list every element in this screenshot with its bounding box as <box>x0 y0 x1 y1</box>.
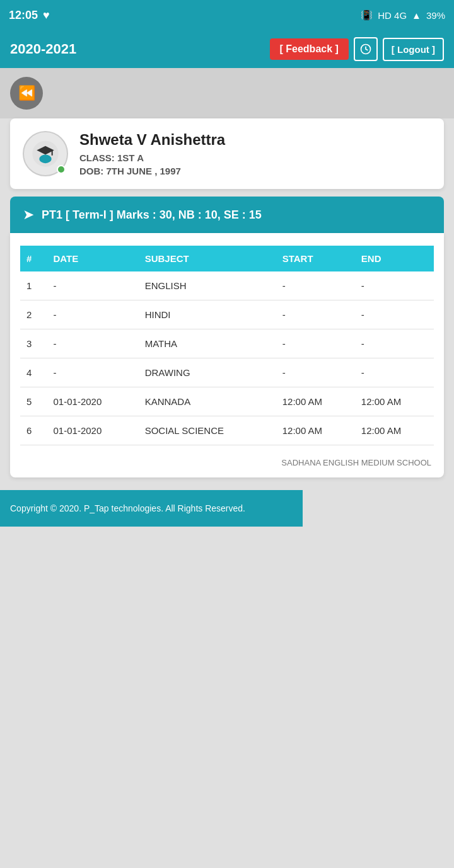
status-left: 12:05 ♥ <box>9 9 50 22</box>
dob-label-text: DOB: <box>79 166 103 176</box>
status-bar: 12:05 ♥ 📳 HD 4G ▲ 39% <box>0 0 454 30</box>
cell-end: - <box>355 358 434 387</box>
copyright-text: Copyright © 2020. P_Tap technologies. Al… <box>10 503 245 513</box>
table-row: 1 - ENGLISH - - <box>20 271 434 300</box>
vibrate-icon: 📳 <box>361 9 373 21</box>
col-subject: SUBJECT <box>139 246 276 271</box>
graduate-icon <box>32 140 59 168</box>
cell-num: 5 <box>20 387 47 416</box>
clock-button[interactable] <box>354 37 378 61</box>
schedule-table-container: # DATE SUBJECT START END 1 - ENGLISH - -… <box>10 233 444 477</box>
cell-subject: MATHA <box>139 329 276 358</box>
back-section: ⏪ <box>0 68 454 118</box>
status-right: 📳 HD 4G ▲ 39% <box>361 9 445 21</box>
svg-rect-3 <box>52 151 53 156</box>
back-button[interactable]: ⏪ <box>10 77 43 110</box>
cell-num: 1 <box>20 271 47 300</box>
cell-subject: SOCIAL SCIENCE <box>139 416 276 445</box>
cell-start: 12:00 AM <box>276 387 355 416</box>
avatar-wrap <box>23 131 68 176</box>
cell-start: - <box>276 329 355 358</box>
cell-date: 01-01-2020 <box>47 387 139 416</box>
cell-end: 12:00 AM <box>355 387 434 416</box>
cell-num: 2 <box>20 300 47 329</box>
col-date: DATE <box>47 246 139 271</box>
header-actions: [ Feedback ] [ Logout ] <box>270 37 445 61</box>
battery-display: 39% <box>426 10 445 21</box>
clock-icon <box>359 43 372 55</box>
cell-num: 6 <box>20 416 47 445</box>
cell-date: - <box>47 271 139 300</box>
footer: Copyright © 2020. P_Tap technologies. Al… <box>0 490 303 527</box>
dob-info: DOB: 7TH JUNE , 1997 <box>79 166 225 176</box>
year-display: 2020-2021 <box>10 41 76 57</box>
table-row: 3 - MATHA - - <box>20 329 434 358</box>
table-header-row: # DATE SUBJECT START END <box>20 246 434 271</box>
col-start: START <box>276 246 355 271</box>
cell-start: 12:00 AM <box>276 416 355 445</box>
schedule-table: # DATE SUBJECT START END 1 - ENGLISH - -… <box>20 246 434 445</box>
student-name: Shweta V Anishettra <box>79 131 225 149</box>
cell-date: - <box>47 329 139 358</box>
signal-icon: ▲ <box>412 10 421 21</box>
cell-num: 3 <box>20 329 47 358</box>
table-row: 6 01-01-2020 SOCIAL SCIENCE 12:00 AM 12:… <box>20 416 434 445</box>
cell-start: - <box>276 358 355 387</box>
app-header: 2020-2021 [ Feedback ] [ Logout ] <box>0 30 454 68</box>
cell-start: - <box>276 300 355 329</box>
class-value: 1ST A <box>117 152 144 163</box>
online-indicator <box>57 165 66 174</box>
cell-date: - <box>47 300 139 329</box>
cell-date: 01-01-2020 <box>47 416 139 445</box>
cell-end: 12:00 AM <box>355 416 434 445</box>
bottom-space <box>0 527 454 716</box>
dob-value: 7TH JUNE , 1997 <box>107 166 181 176</box>
term-arrow-icon: ➤ <box>23 207 34 223</box>
class-label-text: CLASS: <box>79 152 115 163</box>
cell-subject: ENGLISH <box>139 271 276 300</box>
cell-subject: HINDI <box>139 300 276 329</box>
col-end: END <box>355 246 434 271</box>
profile-info: Shweta V Anishettra CLASS: 1ST A DOB: 7T… <box>79 131 225 176</box>
time-display: 12:05 <box>9 9 38 22</box>
cell-end: - <box>355 271 434 300</box>
cell-subject: KANNADA <box>139 387 276 416</box>
heart-icon: ♥ <box>43 9 50 22</box>
school-name: SADHANA ENGLISH MEDIUM SCHOOL <box>20 458 434 467</box>
col-num: # <box>20 246 47 271</box>
table-row: 4 - DRAWING - - <box>20 358 434 387</box>
term-banner: ➤ PT1 [ Term-I ] Marks : 30, NB : 10, SE… <box>10 197 444 233</box>
table-row: 2 - HINDI - - <box>20 300 434 329</box>
cell-start: - <box>276 271 355 300</box>
network-display: HD 4G <box>378 10 407 21</box>
feedback-button[interactable]: [ Feedback ] <box>270 38 349 60</box>
term-text: PT1 [ Term-I ] Marks : 30, NB : 10, SE :… <box>42 208 262 222</box>
cell-end: - <box>355 300 434 329</box>
table-row: 5 01-01-2020 KANNADA 12:00 AM 12:00 AM <box>20 387 434 416</box>
logout-button[interactable]: [ Logout ] <box>383 38 444 61</box>
class-info: CLASS: 1ST A <box>79 152 225 163</box>
cell-end: - <box>355 329 434 358</box>
cell-subject: DRAWING <box>139 358 276 387</box>
profile-card: Shweta V Anishettra CLASS: 1ST A DOB: 7T… <box>10 118 444 189</box>
cell-date: - <box>47 358 139 387</box>
back-icon: ⏪ <box>18 85 35 101</box>
cell-num: 4 <box>20 358 47 387</box>
